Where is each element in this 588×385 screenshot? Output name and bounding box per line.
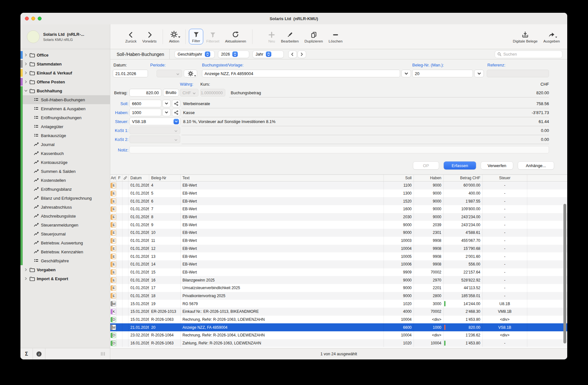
betrag-input[interactable] — [129, 89, 161, 96]
sidebar-item-anlagegüter[interactable]: Anlagegüter — [20, 122, 110, 131]
sidebar-item-steuerjournal[interactable]: Steuerjournal — [20, 229, 110, 238]
titlebar[interactable]: Solaris Ltd (nRLR-KMU) — [20, 13, 567, 24]
sidebar-item-einkauf-&-verkauf[interactable]: Einkauf & Verkauf — [20, 68, 110, 77]
table-row[interactable]: D23.02.2026R-2026-1064Rechnung, ReNr: R-… — [110, 331, 567, 339]
chevron-down-icon[interactable] — [24, 89, 27, 92]
sidebar-item-soll-haben-buchungen[interactable]: Soll-/Haben-Buchungen — [20, 95, 110, 104]
anhaenge-button[interactable]: Anhänge... — [518, 162, 554, 169]
table-row[interactable]: E01.01.202613EB-Wert1000599082’001.60- — [110, 252, 567, 260]
notiz-input[interactable] — [129, 146, 549, 153]
table-row[interactable]: E01.01.202611EB-Wert100039908455’067.70- — [110, 237, 567, 245]
table-row[interactable]: E01.01.202617Umsatzsteuerverbindlichkeit… — [110, 284, 567, 292]
brutto-button[interactable]: Brutto — [163, 89, 179, 96]
sidebar-item-stammdaten[interactable]: Stammdaten — [20, 59, 110, 68]
sidebar-item-bankauszüge[interactable]: Bankauszüge — [20, 131, 110, 140]
search-input[interactable] — [503, 52, 560, 57]
datum-input[interactable] — [113, 70, 148, 77]
table-row[interactable]: E01.01.20266EB-Wert152090001’887.55- — [110, 197, 567, 205]
referenz-input[interactable] — [487, 70, 549, 77]
column-header-steuer[interactable]: Steuer — [483, 175, 527, 181]
template-gear-button[interactable] — [184, 70, 197, 77]
close-window-button[interactable] — [25, 17, 29, 20]
chevron-right-icon[interactable] — [24, 62, 27, 65]
column-header-soll[interactable]: Soll — [384, 175, 414, 181]
sidebar-item-eröffnungsbuchungen[interactable]: Eröffnungsbuchungen — [20, 113, 110, 122]
column-header-datum[interactable]: Datum — [128, 175, 149, 181]
search-field[interactable] — [495, 51, 562, 58]
beleg-nr-input[interactable] — [412, 70, 473, 77]
previous-record-button[interactable] — [289, 51, 297, 58]
soll-split-button[interactable] — [172, 100, 180, 107]
chevron-right-icon[interactable] — [24, 71, 27, 74]
beleg-nr-dropdown-button[interactable] — [474, 70, 484, 77]
sidebar-item-import-&-export[interactable]: Import & Export — [20, 274, 110, 283]
table-row[interactable]: E01.01.20264EB-Wert1100900060’000.00- — [110, 181, 567, 189]
delete-button[interactable]: Löschen — [326, 29, 345, 44]
buchungstext-dropdown-button[interactable] — [401, 70, 411, 77]
table-row[interactable]: E01.01.20265EB-Wert13009000400.00- — [110, 189, 567, 197]
sidebar-item-kostenstellen[interactable]: Kostenstellen — [20, 176, 110, 185]
filter-type-select[interactable]: Geschäftsjahr — [175, 51, 214, 58]
op-button[interactable]: OP — [413, 162, 439, 169]
refresh-button[interactable]: Aktualisieren — [222, 29, 249, 44]
export-button[interactable]: Ausgeben — [540, 29, 563, 44]
resize-handle-icon[interactable] — [101, 352, 105, 356]
sidebar-item-einnahmen-&-ausgaben[interactable]: Einnahmen & Ausgaben — [20, 104, 110, 113]
haben-dropdown-button[interactable] — [162, 109, 171, 116]
chevron-right-icon[interactable] — [24, 268, 27, 271]
sidebar-item-vorgaben[interactable]: Vorgaben — [20, 265, 110, 274]
table-row[interactable]: E01.01.202610EB-Wert900023014’588.61- — [110, 229, 567, 237]
sidebar-item-betriebsw-auswertung[interactable]: Betriebsw. Auswertung — [20, 238, 110, 247]
table-row[interactable]: E01.01.20269EB-Wert90002039243’234.00- — [110, 221, 567, 229]
steuer-select[interactable]: VS8.1B — [129, 118, 180, 125]
year-select[interactable]: 2026 — [218, 51, 249, 58]
digital-receipts-button[interactable]: Digitale Belege — [510, 29, 540, 44]
column-header-art[interactable]: Art — [110, 175, 117, 181]
sidebar-item-buchhaltung[interactable]: Buchhaltung — [20, 86, 110, 95]
zoom-window-button[interactable] — [38, 17, 42, 20]
table-row[interactable]: E01.01.202616Bilanzgewinn 20259000297052… — [110, 276, 567, 284]
sum-button[interactable]: Σ — [20, 348, 33, 359]
column-header-beleg-nr[interactable]: Beleg-Nr — [149, 175, 181, 181]
column-header-f[interactable]: F — [117, 175, 122, 181]
sidebar-item-bilanz-und-erfolgsrechnung[interactable]: Bilanz und Erfolgsrechnung — [20, 194, 110, 203]
sidebar-item-jahresabschluss[interactable]: Jahresabschluss — [20, 203, 110, 212]
erfassen-button[interactable]: Erfassen — [444, 162, 476, 169]
company-panel[interactable]: Solaris Ltd (nRLR-... Solaris KMU nRLG — [20, 24, 110, 49]
filterset-button[interactable]: Filterset — [203, 29, 222, 44]
sidebar-item-offene-posten[interactable]: Offene Posten — [20, 77, 110, 86]
table-row[interactable]: E01.01.202615EB-Wert99097000222’157.64- — [110, 268, 567, 276]
chevron-right-icon[interactable] — [24, 53, 27, 57]
table-row[interactable]: M21.01.202620Anzeige NZZ, FA 48590046600… — [110, 323, 567, 331]
soll-konto-input[interactable] — [129, 100, 161, 107]
next-record-button[interactable] — [298, 51, 306, 58]
minimize-window-button[interactable] — [31, 17, 35, 20]
sidebar-item-journal[interactable]: Journal — [20, 140, 110, 149]
buchungstext-input[interactable] — [202, 70, 400, 77]
table-row[interactable]: E01.01.202614EB-Wert100069908556.00- — [110, 260, 567, 268]
verwerfen-button[interactable]: Verwerfen — [481, 162, 513, 169]
column-header-haben[interactable]: Haben — [414, 175, 444, 181]
forward-button[interactable]: Vorwärts — [139, 29, 159, 44]
table-row[interactable]: D15.01.2026R-2026-1063Rechnung, ReNr: R-… — [110, 316, 567, 324]
filter-button[interactable]: Filter — [189, 29, 204, 44]
sidebar-item-steueranmeldungen[interactable]: Steueranmeldungen — [20, 220, 110, 229]
info-button[interactable]: i — [33, 348, 45, 359]
table-row[interactable]: E01.01.202618Privatkontenvortrag 2025900… — [110, 292, 567, 300]
sidebar-item-kontoauszüge[interactable]: Kontoauszüge — [20, 158, 110, 167]
new-button[interactable]: Neu — [265, 29, 278, 44]
action-button[interactable]: Aktion — [166, 29, 182, 44]
sidebar-item-abschreibungsliste[interactable]: Abschreibungsliste — [20, 212, 110, 220]
soll-dropdown-button[interactable] — [162, 100, 171, 107]
sidebar-item-betriebsw-kennzahlen[interactable]: Betriebsw. Kennzahlen — [20, 247, 110, 256]
kost2-select[interactable] — [129, 135, 180, 143]
table-row[interactable]: E01.01.202612EB-Wert10004990815’790.68- — [110, 245, 567, 253]
table-row[interactable]: D16.01.2026R-2026-1063Zahlung, ReNr: R-2… — [110, 339, 567, 347]
table-row[interactable]: M15.01.202619RG 56791020300014’244.00U8.… — [110, 300, 567, 308]
table-row[interactable]: E01.01.20267EB-Wert16009000109’800.00- — [110, 205, 567, 213]
kost1-select[interactable] — [129, 127, 180, 134]
chevron-right-icon[interactable] — [24, 277, 27, 280]
table-row[interactable]: E01.01.20268EB-Wert20309000243’234.00- — [110, 213, 567, 221]
sidebar-item-geschäftsjahre[interactable]: Geschäftsjahre — [20, 256, 110, 265]
haben-split-button[interactable] — [172, 109, 180, 116]
